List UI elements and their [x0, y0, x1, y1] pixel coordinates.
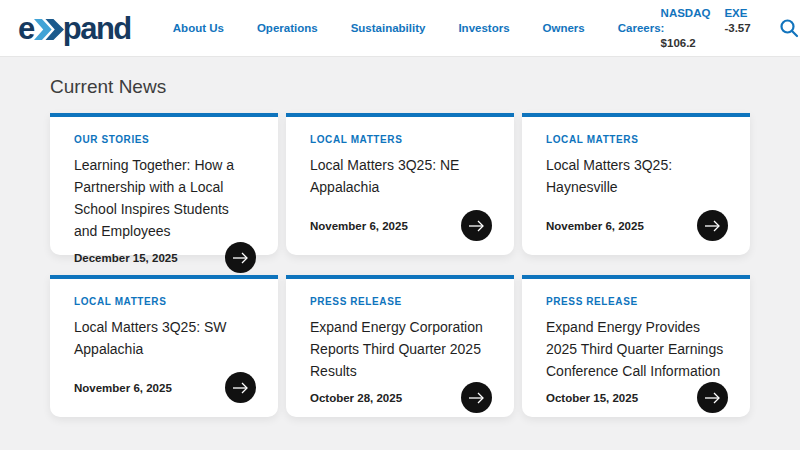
card-title[interactable]: Local Matters 3Q25: NE Appalachia	[310, 154, 492, 198]
news-section: Current News OUR STORIES Learning Togeth…	[0, 57, 800, 417]
search-icon	[779, 18, 799, 38]
news-card-6[interactable]: PRESS RELEASE Expand Energy Provides 202…	[522, 275, 750, 417]
card-date: November 6, 2025	[74, 382, 172, 394]
card-date: November 6, 2025	[546, 220, 644, 232]
card-title[interactable]: Local Matters 3Q25: Haynesville	[546, 154, 728, 198]
card-arrow-button[interactable]	[697, 382, 728, 413]
site-header: e pand About Us Operations Sustainabilit…	[0, 0, 800, 57]
logo-text-e: e	[18, 13, 34, 44]
card-category: LOCAL MATTERS	[310, 134, 492, 145]
page: e pand About Us Operations Sustainabilit…	[0, 0, 800, 450]
card-title[interactable]: Local Matters 3Q25: SW Appalachia	[74, 316, 256, 360]
card-text: LOCAL MATTERS Local Matters 3Q25: NE App…	[310, 134, 492, 198]
arrow-right-icon	[468, 392, 485, 404]
card-category: LOCAL MATTERS	[546, 134, 728, 145]
card-footer: November 6, 2025	[74, 372, 256, 403]
arrow-right-icon	[704, 392, 721, 404]
news-card-grid: OUR STORIES Learning Together: How a Par…	[50, 113, 750, 417]
page-title: Current News	[50, 75, 750, 99]
card-arrow-button[interactable]	[697, 210, 728, 241]
card-date: October 15, 2025	[546, 392, 638, 404]
stock-ticker[interactable]: NASDAQ : $106.2 EXE -3.57	[661, 6, 751, 51]
card-text: LOCAL MATTERS Local Matters 3Q25: SW App…	[74, 296, 256, 360]
news-card-4[interactable]: LOCAL MATTERS Local Matters 3Q25: SW App…	[50, 275, 278, 417]
card-date: November 6, 2025	[310, 220, 408, 232]
nav-operations[interactable]: Operations	[257, 22, 318, 34]
arrow-right-icon	[468, 220, 485, 232]
card-date: December 15, 2025	[74, 252, 178, 264]
logo-x-arrow-icon	[34, 16, 64, 43]
card-category: PRESS RELEASE	[546, 296, 728, 307]
card-category: LOCAL MATTERS	[74, 296, 256, 307]
logo-text-pand: pand	[63, 13, 131, 44]
nav-about-us[interactable]: About Us	[173, 22, 224, 34]
card-footer: October 28, 2025	[310, 382, 492, 413]
nav-sustainability[interactable]: Sustainability	[351, 22, 426, 34]
card-footer: October 15, 2025	[546, 382, 728, 413]
card-text: OUR STORIES Learning Together: How a Par…	[74, 134, 256, 242]
news-card-1[interactable]: OUR STORIES Learning Together: How a Par…	[50, 113, 278, 255]
search-button[interactable]	[775, 14, 800, 42]
ticker-symbol: EXE	[724, 6, 750, 21]
nav-careers[interactable]: Careers	[618, 22, 661, 34]
card-arrow-button[interactable]	[461, 382, 492, 413]
news-card-3[interactable]: LOCAL MATTERS Local Matters 3Q25: Haynes…	[522, 113, 750, 255]
card-arrow-button[interactable]	[225, 242, 256, 273]
news-card-5[interactable]: PRESS RELEASE Expand Energy Corporation …	[286, 275, 514, 417]
arrow-right-icon	[232, 252, 249, 264]
card-title[interactable]: Learning Together: How a Partnership wit…	[74, 154, 256, 242]
news-card-2[interactable]: LOCAL MATTERS Local Matters 3Q25: NE App…	[286, 113, 514, 255]
card-footer: November 6, 2025	[310, 210, 492, 241]
card-arrow-button[interactable]	[461, 210, 492, 241]
card-footer: November 6, 2025	[546, 210, 728, 241]
card-title[interactable]: Expand Energy Provides 2025 Third Quarte…	[546, 316, 728, 382]
ticker-exchange-label: NASDAQ :	[661, 6, 711, 36]
card-category: OUR STORIES	[74, 134, 256, 145]
card-footer: December 15, 2025	[74, 242, 256, 273]
main-nav: About Us Operations Sustainability Inves…	[173, 22, 661, 34]
card-date: October 28, 2025	[310, 392, 402, 404]
logo[interactable]: e pand	[18, 13, 131, 44]
card-title[interactable]: Expand Energy Corporation Reports Third …	[310, 316, 492, 382]
ticker-change: -3.57	[724, 21, 750, 36]
arrow-right-icon	[232, 382, 249, 394]
ticker-price: $106.2	[661, 36, 711, 51]
card-text: PRESS RELEASE Expand Energy Corporation …	[310, 296, 492, 382]
card-text: PRESS RELEASE Expand Energy Provides 202…	[546, 296, 728, 382]
ticker-symbol-change: EXE -3.57	[724, 6, 750, 51]
arrow-right-icon	[704, 220, 721, 232]
ticker-exchange-price: NASDAQ : $106.2	[661, 6, 711, 51]
card-arrow-button[interactable]	[225, 372, 256, 403]
nav-owners[interactable]: Owners	[543, 22, 585, 34]
card-category: PRESS RELEASE	[310, 296, 492, 307]
nav-investors[interactable]: Investors	[458, 22, 509, 34]
card-text: LOCAL MATTERS Local Matters 3Q25: Haynes…	[546, 134, 728, 198]
